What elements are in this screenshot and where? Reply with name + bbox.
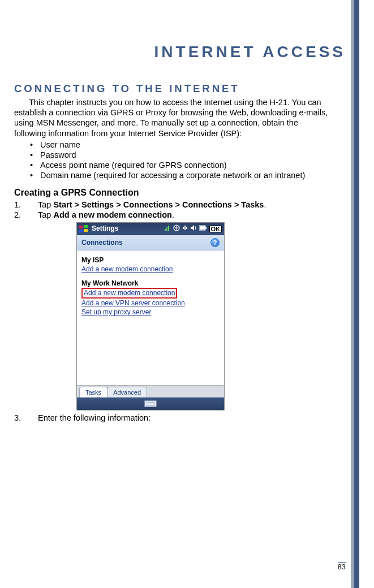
tab-tasks[interactable]: Tasks <box>79 387 108 398</box>
svg-rect-10 <box>186 227 187 229</box>
intro-paragraph: This chapter instructs you on how to acc… <box>14 97 331 139</box>
group-my-isp: My ISP <box>81 256 220 265</box>
step-text: Enter the following information: <box>38 413 151 423</box>
svg-rect-1 <box>84 225 88 228</box>
volume-icon[interactable] <box>190 224 197 234</box>
svg-rect-8 <box>184 226 186 230</box>
link-proxy[interactable]: Set up my proxy server <box>81 308 151 317</box>
list-item: User name <box>30 140 331 150</box>
step-item: 2. Tap Add a new modem connection. <box>14 210 331 220</box>
page-number: 83 <box>338 563 346 571</box>
step-item: 3. Enter the following information: <box>14 413 331 423</box>
ok-button[interactable]: OK <box>209 226 222 232</box>
link-add-vpn[interactable]: Add a new VPN server connection <box>81 299 185 308</box>
side-accent-dark <box>354 0 359 588</box>
svg-rect-3 <box>84 229 88 232</box>
tab-advanced[interactable]: Advanced <box>107 387 147 398</box>
sub-heading: Creating a GPRS Connection <box>14 187 331 198</box>
wm-header: Connections ? <box>77 235 224 250</box>
device-screenshot: Settings <box>76 222 331 410</box>
topbar-title: Settings <box>92 224 164 233</box>
info-bullet-list: User name Password Access point name (re… <box>30 140 331 181</box>
step-text: Tap Start > Settings > Connections > Con… <box>38 200 266 210</box>
step-text: Tap Add a new modem connection. <box>38 210 174 220</box>
list-item: Access point name (required for GPRS con… <box>30 160 331 170</box>
steps-list-continued: 3. Enter the following information: <box>14 413 331 423</box>
svg-rect-12 <box>205 227 207 229</box>
svg-rect-5 <box>166 227 167 231</box>
header-title: Connections <box>81 239 123 247</box>
link-add-modem-work[interactable]: Add a new modem connection <box>81 288 220 299</box>
step-item: 1. Tap Start > Settings > Connections > … <box>14 200 331 210</box>
battery-icon[interactable] <box>199 225 207 233</box>
step-number: 2. <box>14 210 38 220</box>
svg-rect-0 <box>79 226 83 228</box>
svg-rect-6 <box>168 226 169 231</box>
step-number: 3. <box>14 413 38 423</box>
wm-tabs: Tasks Advanced <box>77 385 224 397</box>
svg-rect-13 <box>200 226 205 230</box>
wm-content: My ISP Add a new modem connection My Wor… <box>77 250 224 385</box>
list-item: Domain name (required for accessing a co… <box>30 170 331 180</box>
windows-start-icon[interactable] <box>79 225 89 233</box>
svg-rect-2 <box>79 230 83 232</box>
keyboard-icon[interactable] <box>144 400 157 407</box>
svg-rect-4 <box>165 229 166 231</box>
link-add-modem-isp[interactable]: Add a new modem connection <box>81 265 173 274</box>
connectivity-icon[interactable] <box>164 224 171 234</box>
page-number-accent <box>338 562 346 563</box>
wm-topbar: Settings <box>77 223 224 235</box>
step-number: 1. <box>14 200 38 210</box>
signal-icon[interactable] <box>182 224 188 234</box>
main-content: Connecting to the Internet This chapter … <box>14 82 331 423</box>
help-icon[interactable]: ? <box>210 238 220 247</box>
svg-rect-9 <box>183 227 184 229</box>
list-item: Password <box>30 150 331 160</box>
steps-list: 1. Tap Start > Settings > Connections > … <box>14 200 331 220</box>
group-my-work: My Work Network <box>81 279 220 288</box>
section-heading: Connecting to the Internet <box>14 82 331 95</box>
page-title: Internet Access <box>154 43 346 61</box>
network-icon[interactable] <box>173 224 180 234</box>
wm-bottombar <box>77 397 224 410</box>
tray-icons: OK <box>164 224 222 234</box>
